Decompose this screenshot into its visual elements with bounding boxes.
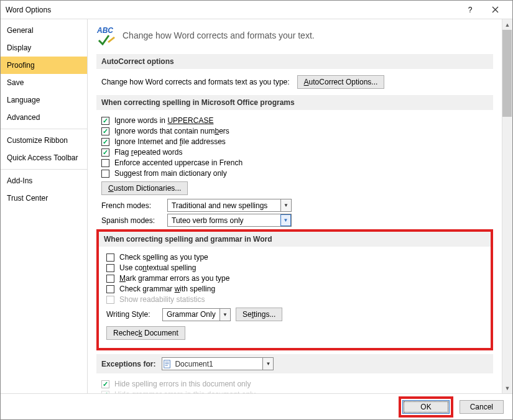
lbl-internet: Ignore Internet and file addresses: [114, 137, 226, 146]
sidebar-item-customize-ribbon[interactable]: Customize Ribbon: [1, 132, 87, 149]
sidebar-item-general[interactable]: General: [1, 22, 87, 39]
chk-readability: [106, 296, 114, 304]
sidebar-item-trust-center[interactable]: Trust Center: [1, 189, 87, 207]
lbl-uppercase: Ignore words in UPPERCASE: [114, 116, 213, 125]
sidebar-item-advanced[interactable]: Advanced: [1, 109, 87, 126]
section-exceptions: Exceptions for: Document1 ▼: [96, 354, 493, 373]
sidebar-item-addins[interactable]: Add-Ins: [1, 172, 87, 189]
lbl-hide-spelling: Hide spelling errors in this document on…: [114, 380, 251, 388]
chk-hide-spelling: [101, 380, 109, 388]
highlighted-section: When correcting spelling and grammar in …: [96, 229, 493, 350]
chevron-down-icon: ▼: [220, 309, 230, 321]
chk-internet[interactable]: [101, 138, 109, 146]
recheck-document-button[interactable]: Recheck Document: [106, 326, 185, 340]
autocorrect-options-button[interactable]: AutoCorrect Options...: [297, 75, 385, 89]
custom-dictionaries-button[interactable]: Custom Dictionaries...: [101, 181, 188, 195]
writing-style-select[interactable]: Grammar Only ▼: [162, 308, 231, 321]
chk-contextual[interactable]: [106, 264, 114, 272]
sidebar-item-display[interactable]: Display: [1, 39, 87, 57]
chk-grammar-spell[interactable]: [106, 285, 114, 293]
chk-spelling-type[interactable]: [106, 253, 114, 262]
section-spelling-word: When correcting spelling and grammar in …: [99, 232, 491, 247]
section-autocorrect: AutoCorrect options: [96, 54, 493, 69]
content-area: ABC Change how Word corrects and formats…: [88, 19, 502, 393]
proofing-icon: ABC: [96, 25, 116, 45]
sidebar-item-language[interactable]: Language: [1, 91, 87, 109]
lbl-readability: Show readability statistics: [119, 295, 205, 304]
word-options-dialog: Word Options ? General Display Proofing …: [0, 0, 513, 420]
autocorrect-intro: Change how Word corrects and formats tex…: [101, 78, 290, 86]
exceptions-select[interactable]: Document1 ▼: [162, 357, 274, 370]
chk-uppercase[interactable]: [101, 117, 109, 125]
exceptions-label: Exceptions for:: [101, 360, 155, 368]
scroll-up-icon[interactable]: ▲: [502, 19, 512, 30]
vertical-scrollbar[interactable]: ▲ ▼: [502, 19, 512, 393]
scroll-down-icon[interactable]: ▼: [502, 383, 512, 393]
chk-main-dict[interactable]: [101, 170, 109, 178]
titlebar: Word Options ?: [1, 1, 512, 19]
chk-grammar-type[interactable]: [106, 275, 114, 283]
lbl-french-accent: Enforce accented uppercase in French: [114, 158, 243, 167]
settings-button[interactable]: Settings...: [236, 308, 282, 321]
sidebar-item-quick-access[interactable]: Quick Access Toolbar: [1, 149, 87, 167]
chevron-down-icon: ▼: [280, 199, 291, 211]
svg-text:ABC: ABC: [96, 26, 113, 35]
svg-rect-4: [165, 365, 168, 365]
page-subtitle: Change how Word corrects and formats you…: [122, 30, 315, 40]
lbl-main-dict: Suggest from main dictionary only: [114, 169, 227, 178]
lbl-numbers: Ignore words that contain numbers: [114, 127, 229, 135]
cancel-button[interactable]: Cancel: [460, 400, 504, 414]
ok-highlight: OK: [399, 396, 453, 418]
lbl-hide-grammar: Hide grammar errors in this document onl…: [114, 390, 256, 393]
dialog-footer: OK Cancel: [1, 393, 512, 419]
chk-hide-grammar: [101, 391, 109, 394]
spanish-modes-select[interactable]: Tuteo verb forms only ▼: [167, 214, 292, 227]
document-icon: [162, 360, 172, 368]
spanish-modes-label: Spanish modes:: [101, 216, 162, 225]
lbl-grammar-spell: Check grammar with spelling: [119, 285, 215, 293]
french-modes-select[interactable]: Traditional and new spellings ▼: [167, 199, 292, 212]
chevron-down-icon: ▼: [280, 214, 291, 226]
writing-style-label: Writing Style:: [106, 310, 157, 319]
help-button[interactable]: ?: [458, 1, 483, 19]
sidebar-item-proofing[interactable]: Proofing: [1, 57, 87, 74]
close-button[interactable]: [483, 1, 507, 19]
chevron-down-icon: ▼: [262, 358, 273, 370]
french-modes-label: French modes:: [101, 201, 162, 210]
svg-rect-2: [165, 362, 169, 362]
section-spelling-office: When correcting spelling in Microsoft Of…: [96, 95, 493, 110]
chk-repeated[interactable]: [101, 148, 109, 157]
chk-numbers[interactable]: [101, 127, 109, 135]
lbl-spelling-type: Check spelling as you type: [119, 253, 208, 262]
ok-button[interactable]: OK: [402, 400, 449, 414]
lbl-repeated: Flag repeated words: [114, 148, 182, 157]
lbl-grammar-type: Mark grammar errors as you type: [119, 274, 229, 283]
svg-rect-3: [165, 363, 169, 364]
lbl-contextual: Use contextual spelling: [119, 263, 196, 272]
scroll-thumb[interactable]: [502, 30, 512, 117]
sidebar-item-save[interactable]: Save: [1, 74, 87, 91]
sidebar: General Display Proofing Save Language A…: [1, 19, 88, 393]
chk-french-accent[interactable]: [101, 159, 109, 167]
window-title: Word Options: [6, 6, 458, 14]
